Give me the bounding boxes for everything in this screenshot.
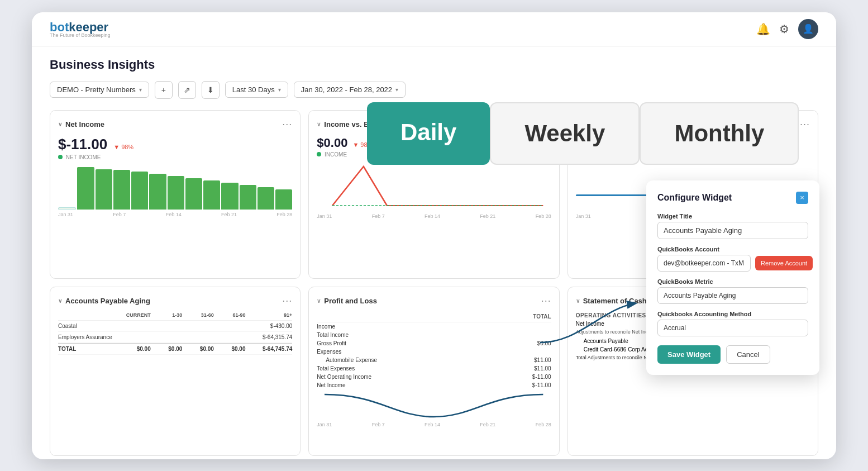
- ap-aging-widget: ∨ Accounts Payable Aging ··· CURRENT 1-3…: [50, 287, 301, 456]
- bar: [221, 183, 238, 210]
- widget-title-input[interactable]: [657, 222, 808, 239]
- income-dot-icon: [317, 152, 321, 156]
- ap-aging-title: Accounts Payable Aging: [65, 297, 150, 305]
- net-income-title: Net Income: [65, 120, 104, 129]
- qb-account-label: QuickBooks Account: [657, 246, 808, 253]
- qb-metric-label: QuickBooks Metric: [657, 278, 808, 285]
- bar: [58, 207, 76, 209]
- period-tabs: Daily Weekly Monthly: [367, 102, 799, 165]
- company-label: DEMO - Pretty Numbers: [57, 85, 136, 94]
- pl-row: Income: [317, 322, 551, 331]
- net-income-dot-icon: [58, 155, 63, 159]
- profit-loss-chart: [317, 392, 551, 420]
- profit-loss-chart-labels: Jan 31Feb 7Feb 14Feb 21Feb 28: [317, 422, 551, 427]
- download-button[interactable]: ⬇: [202, 81, 220, 99]
- bar: [257, 187, 274, 210]
- net-income-widget: ∨ Net Income ··· $-11.00 ▼ 98% NET INCOM…: [50, 110, 301, 279]
- date-chevron: ▾: [395, 87, 398, 93]
- ap-aging-table-header: CURRENT 1-30 31-60 61-90 91+: [58, 312, 292, 321]
- header: botkeeper The Future of Bookkeeping 🔔 ⚙ …: [32, 12, 836, 46]
- widget-title-label: Widget Title: [657, 213, 808, 220]
- income-expenses-chart: [317, 161, 551, 211]
- logo: botkeeper The Future of Bookkeeping: [50, 20, 111, 38]
- pl-row: Expenses: [317, 348, 551, 356]
- income-expenses-chart-labels: Jan 31Feb 7Feb 14Feb 21Feb 28: [317, 213, 551, 219]
- save-widget-button[interactable]: Save Widget: [657, 345, 721, 364]
- profit-loss-table: TOTAL Income Total Income Gross Profit$0…: [317, 312, 551, 389]
- profit-loss-chevron-icon: ∨: [317, 298, 321, 304]
- table-row-total: TOTAL $0.00 $0.00 $0.00 $0.00 $-64,745.7…: [58, 343, 292, 355]
- date-range-selector[interactable]: Last 30 Days ▾: [225, 82, 288, 98]
- bar: [113, 170, 130, 209]
- net-income-pct-more-button[interactable]: ···: [800, 118, 810, 130]
- main-content: Business Insights DEMO - Pretty Numbers …: [32, 46, 836, 459]
- profit-loss-more-button[interactable]: ···: [541, 295, 551, 307]
- cancel-button[interactable]: Cancel: [726, 345, 770, 364]
- net-income-value: $-11.00: [58, 136, 107, 153]
- gear-icon[interactable]: ⚙: [779, 22, 789, 36]
- pl-row: Net Income$-11.00: [317, 381, 551, 389]
- date-range-label: Last 30 Days: [232, 85, 275, 94]
- header-icons: 🔔 ⚙ 👤: [756, 19, 818, 39]
- company-selector[interactable]: DEMO - Pretty Numbers ▾: [50, 82, 149, 98]
- pl-row: Total Expenses$11.00: [317, 364, 551, 373]
- qb-method-label: Quickbooks Accounting Method: [657, 311, 808, 317]
- qb-method-selector[interactable]: Accrual: [657, 320, 808, 336]
- net-income-more-button[interactable]: ···: [282, 118, 292, 130]
- income-expenses-chevron-icon: ∨: [317, 121, 321, 127]
- qb-metric-selector[interactable]: Accounts Payable Aging: [657, 287, 808, 304]
- ap-aging-more-button[interactable]: ···: [282, 295, 292, 307]
- ap-aging-chevron-icon: ∨: [58, 298, 62, 304]
- pl-row: Net Operating Income$-11.00: [317, 373, 551, 381]
- net-income-chevron-icon: ∨: [58, 121, 62, 127]
- pl-row: Total Income: [317, 331, 551, 339]
- net-income-header: ∨ Net Income ···: [58, 118, 292, 130]
- configure-widget-panel: Configure Widget × Widget Title QuickBoo…: [646, 180, 819, 375]
- remove-account-button[interactable]: Remove Account: [755, 256, 813, 270]
- bar: [275, 189, 292, 210]
- qb-account-selector[interactable]: dev@botkeeper.com - TxM: [657, 255, 751, 272]
- panel-header: Configure Widget ×: [657, 192, 808, 204]
- pl-row: Automobile Expense$11.00: [317, 356, 551, 364]
- bar: [203, 180, 220, 210]
- avatar[interactable]: 👤: [798, 19, 818, 39]
- logo-sub: The Future of Bookkeeping: [50, 32, 111, 38]
- profit-loss-widget: ∨ Profit and Loss ··· TOTAL Income Total…: [308, 287, 559, 456]
- table-row: Employers Assurance $-64,315.74: [58, 332, 292, 343]
- bar: [168, 176, 184, 210]
- tab-daily[interactable]: Daily: [367, 102, 490, 165]
- bar: [185, 178, 202, 210]
- bell-icon[interactable]: 🔔: [756, 22, 770, 36]
- net-income-chart-labels: Jan 31Feb 7Feb 14Feb 21Feb 28: [58, 212, 292, 217]
- logo-text: botkeeper: [50, 20, 108, 34]
- bar: [240, 185, 256, 210]
- bar: [96, 169, 112, 210]
- net-income-badge: ▼ 98%: [111, 142, 136, 151]
- cash-flows-chevron-icon: ∨: [576, 298, 580, 304]
- date-label: Jan 30, 2022 - Feb 28, 2022: [301, 85, 392, 94]
- income-value: $0.00: [317, 136, 347, 150]
- profit-loss-header: ∨ Profit and Loss ···: [317, 295, 551, 307]
- share-button[interactable]: ⇗: [178, 81, 196, 99]
- bar: [149, 174, 166, 210]
- table-row: Coastal $-430.00: [58, 321, 292, 332]
- toolbar: DEMO - Pretty Numbers ▾ + ⇗ ⬇ Last 30 Da…: [50, 81, 818, 99]
- net-income-chart: [58, 165, 292, 210]
- screen-container: botkeeper The Future of Bookkeeping 🔔 ⚙ …: [32, 12, 836, 459]
- ap-aging-header: ∨ Accounts Payable Aging ···: [58, 295, 292, 307]
- tab-monthly[interactable]: Monthly: [640, 102, 799, 165]
- panel-title: Configure Widget: [657, 193, 732, 203]
- bar: [131, 172, 148, 210]
- add-button[interactable]: +: [155, 81, 173, 99]
- bar: [77, 167, 94, 210]
- date-selector[interactable]: Jan 30, 2022 - Feb 28, 2022 ▾: [294, 82, 406, 98]
- date-range-chevron: ▾: [278, 87, 281, 93]
- panel-close-button[interactable]: ×: [796, 192, 808, 204]
- net-income-label: NET INCOME: [58, 154, 292, 160]
- ap-aging-table: CURRENT 1-30 31-60 61-90 91+ Coastal $-4…: [58, 312, 292, 355]
- page-title: Business Insights: [50, 58, 818, 72]
- pl-row: Gross Profit$0.00: [317, 339, 551, 348]
- tab-weekly[interactable]: Weekly: [490, 102, 640, 165]
- company-chevron: ▾: [139, 87, 142, 93]
- qb-account-row: dev@botkeeper.com - TxM Remove Account: [657, 255, 808, 272]
